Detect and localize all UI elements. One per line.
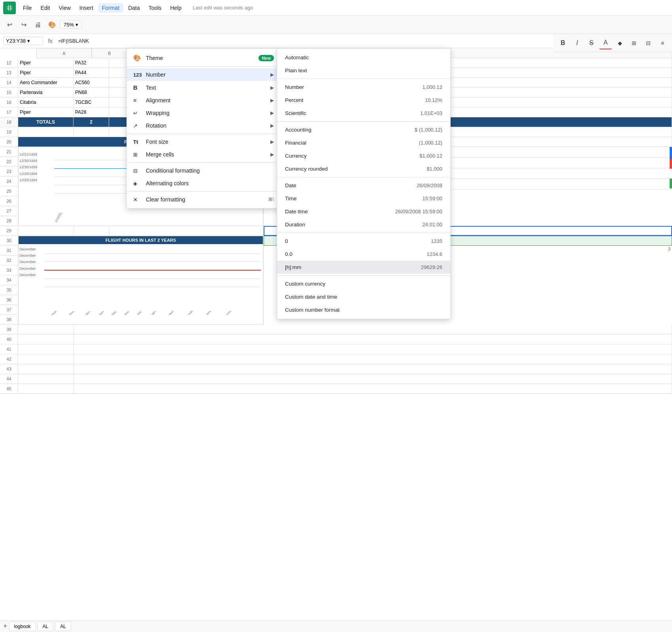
sheet-tab-al2[interactable]: AL xyxy=(55,622,71,631)
cell-29-a[interactable] xyxy=(18,226,74,236)
cell-empty[interactable] xyxy=(18,335,74,344)
cell-17-b[interactable]: PA28 xyxy=(74,107,109,117)
number-submenu-scientific[interactable]: Scientific 1.01E+03 xyxy=(277,107,450,120)
format-menu-text[interactable]: B Text ▶ xyxy=(127,81,280,94)
cell-19-b[interactable] xyxy=(74,127,109,137)
number-submenu-currency-rounded[interactable]: Currency rounded $1,000 xyxy=(277,162,450,175)
merge-button[interactable]: ⊟ xyxy=(642,37,655,49)
fmt-00-label: 0.0 xyxy=(285,251,293,257)
cell-29-c[interactable] xyxy=(109,226,263,236)
menu-format[interactable]: Format xyxy=(98,3,123,13)
number-submenu-0[interactable]: 0 1235 xyxy=(277,235,450,248)
rotation-arrow-icon: ▶ xyxy=(270,123,274,128)
col-header-a[interactable]: A xyxy=(36,48,92,58)
menu-file[interactable]: File xyxy=(19,3,36,13)
cell-17-a[interactable]: Piper xyxy=(18,107,74,117)
cell-empty[interactable] xyxy=(18,364,74,374)
name-box[interactable]: Y23:Y38 ▾ xyxy=(3,37,43,45)
format-menu-alignment[interactable]: ≡ Alignment ▶ xyxy=(127,94,280,107)
menu-data[interactable]: Data xyxy=(124,3,144,13)
sheet-tab-al1[interactable]: AL xyxy=(38,622,54,631)
row-header-12: 12 xyxy=(0,58,18,68)
cell-empty[interactable] xyxy=(74,354,672,364)
cell-empty[interactable] xyxy=(18,374,74,384)
cell-29-b[interactable] xyxy=(74,226,109,236)
number-submenu-00[interactable]: 0.0 1234.6 xyxy=(277,248,450,261)
cell-empty[interactable] xyxy=(18,384,74,394)
format-menu-theme[interactable]: 🎨 Theme New xyxy=(127,51,280,65)
cell-18-b[interactable]: 2 xyxy=(74,117,109,127)
menu-bar: File Edit View Insert Format Data Tools … xyxy=(0,0,672,16)
paint-format-button[interactable]: 🎨 xyxy=(46,19,59,31)
number-submenu-hmm[interactable]: [h]:mm 29629:26 xyxy=(277,261,450,274)
number-submenu-custom-number[interactable]: Custom number format xyxy=(277,303,450,316)
number-submenu-currency[interactable]: Currency $1,000.12 xyxy=(277,149,450,162)
cell-empty[interactable] xyxy=(74,384,672,394)
align-button[interactable]: ≡ xyxy=(656,37,669,49)
format-menu-merge[interactable]: ⊞ Merge cells ▶ xyxy=(127,148,280,161)
fill-color-button[interactable]: ◆ xyxy=(613,37,626,49)
clear-shortcut: ⌘\ xyxy=(268,197,274,202)
cell-empty[interactable] xyxy=(74,364,672,374)
menu-edit[interactable]: Edit xyxy=(37,3,54,13)
menu-view[interactable]: View xyxy=(55,3,75,13)
print-button[interactable]: 🖨 xyxy=(32,19,44,31)
cell-empty[interactable] xyxy=(74,344,672,354)
cell-13-a[interactable]: Piper xyxy=(18,68,74,78)
number-submenu: Automatic Plain text Number 1,000.12 Per… xyxy=(277,48,451,319)
cell-14-b[interactable]: AC560 xyxy=(74,78,109,88)
cell-19-a[interactable] xyxy=(18,127,74,137)
format-menu-number[interactable]: 123 Number ▶ xyxy=(127,68,280,81)
number-submenu-custom-currency[interactable]: Custom currency xyxy=(277,277,450,290)
col-header-b[interactable]: B xyxy=(92,48,127,58)
cell-15-b[interactable]: PN68 xyxy=(74,88,109,98)
cell-empty[interactable] xyxy=(74,335,672,344)
number-submenu-datetime[interactable]: Date time 26/09/2008 15:59:00 xyxy=(277,205,450,218)
row-header-13: 13 xyxy=(0,68,18,78)
menu-tools[interactable]: Tools xyxy=(145,3,166,13)
number-submenu-accounting[interactable]: Accounting $ (1,000.12) xyxy=(277,123,450,136)
format-menu-wrapping[interactable]: ↵ Wrapping ▶ xyxy=(127,107,280,119)
cell-empty[interactable] xyxy=(74,374,672,384)
cell-18-a[interactable]: TOTALS xyxy=(18,117,74,127)
cell-empty[interactable] xyxy=(18,354,74,364)
number-submenu-automatic[interactable]: Automatic xyxy=(277,51,450,64)
number-submenu-time[interactable]: Time 15:59:00 xyxy=(277,192,450,205)
underline-button[interactable]: A xyxy=(599,37,612,49)
cell-16-a[interactable]: Citabria xyxy=(18,98,74,107)
cell-empty[interactable] xyxy=(18,325,74,335)
format-menu-conditional[interactable]: ⊟ Conditional formatting xyxy=(127,164,280,177)
number-submenu-plain[interactable]: Plain text xyxy=(277,64,450,77)
cell-16-b[interactable]: 7GCBC xyxy=(74,98,109,107)
number-submenu-duration[interactable]: Duration 24:01:00 xyxy=(277,218,450,231)
number-submenu-date[interactable]: Date 26/09/2008 xyxy=(277,179,450,192)
cell-14-a[interactable]: Aero Commander xyxy=(18,78,74,88)
number-icon: 123 xyxy=(133,72,141,78)
menu-insert[interactable]: Insert xyxy=(76,3,97,13)
strikethrough-button[interactable]: S xyxy=(585,37,598,49)
format-menu-fontsize[interactable]: Tt Font size ▶ xyxy=(127,135,280,148)
format-menu-clear[interactable]: ✕ Clear formatting ⌘\ xyxy=(127,193,280,206)
redo-button[interactable]: ↪ xyxy=(17,19,30,31)
number-submenu-number[interactable]: Number 1,000.12 xyxy=(277,81,450,94)
add-sheet-button[interactable]: + xyxy=(3,622,8,630)
cell-empty[interactable] xyxy=(18,344,74,354)
undo-button[interactable]: ↩ xyxy=(3,19,16,31)
cell-15-a[interactable]: Partenavia xyxy=(18,88,74,98)
bold-button[interactable]: B xyxy=(557,37,569,49)
number-submenu-financial[interactable]: Financial (1,000.12) xyxy=(277,136,450,149)
cell-empty[interactable] xyxy=(74,325,672,335)
number-submenu-custom-datetime[interactable]: Custom date and time xyxy=(277,290,450,303)
cell-13-b[interactable]: PA44 xyxy=(74,68,109,78)
italic-button[interactable]: I xyxy=(571,37,583,49)
borders-button[interactable]: ⊞ xyxy=(628,37,640,49)
menu-help[interactable]: Help xyxy=(166,3,185,13)
zoom-selector[interactable]: 75% ▾ xyxy=(60,21,82,29)
sheet-tab-logbook[interactable]: logbook xyxy=(9,622,36,631)
format-menu-alternating[interactable]: ◈ Alternating colors xyxy=(127,177,280,190)
format-menu-rotation[interactable]: ↗ Rotation ▶ xyxy=(127,119,280,132)
alignment-label: Alignment xyxy=(146,97,170,103)
number-submenu-percent[interactable]: Percent 10.12% xyxy=(277,94,450,107)
cell-12-b[interactable]: PA32 xyxy=(74,58,109,68)
cell-12-a[interactable]: Piper xyxy=(18,58,74,68)
